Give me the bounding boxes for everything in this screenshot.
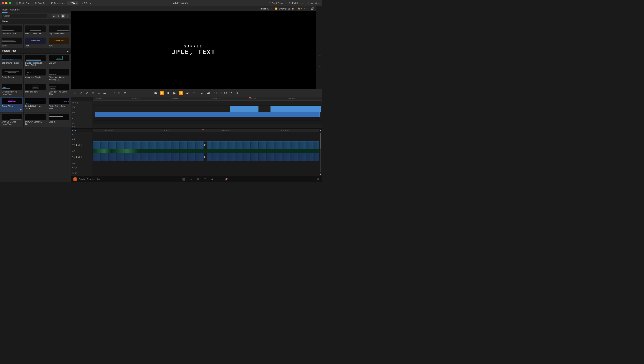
list-item[interactable]: --- Background Reveal Lower Third: [24, 54, 47, 68]
left-panel: Titles Favorites ··· ☰ ⊞ ▦ ▾ Titles ▲: [0, 6, 71, 182]
list-item[interactable]: Drop In: [47, 112, 71, 127]
timeline-selector[interactable]: Timeline 1 ▼: [260, 8, 272, 10]
blade-tool-button[interactable]: ✥: [90, 91, 96, 96]
options-view-button[interactable]: ▾: [65, 14, 69, 18]
list-item[interactable]: Right Lower Third: [47, 24, 71, 36]
list-item[interactable]: LOWER Third Clean and Simple Lower Third: [0, 82, 24, 97]
clip-v2-1[interactable]: [230, 106, 258, 112]
list-item[interactable]: Draw On 2 Lines Lower Third: [0, 112, 24, 127]
home-nav-icon[interactable]: ⌂: [310, 177, 314, 181]
media-pool-nav-icon[interactable]: ⬛: [182, 177, 186, 181]
loop-button[interactable]: ↺: [190, 90, 196, 96]
list-item[interactable]: Custom Title Text+: [47, 36, 71, 48]
fusion-nav-icon[interactable]: ⬡: [203, 177, 207, 181]
list-item[interactable]: BACKGROUND REVEAL Background Reveal: [0, 54, 24, 68]
audio-mute-icon[interactable]: 🔊: [78, 144, 80, 146]
list-item[interactable]: CENTER REVEAL Center Reveal: [0, 68, 24, 82]
dynamic-trim-button[interactable]: ⤢: [84, 91, 90, 96]
list-item[interactable]: CALL OUT Call Out: [47, 54, 71, 68]
track-label-v2: V2: [71, 110, 92, 116]
v2-clip-strip[interactable]: [93, 141, 322, 149]
timeline-lower-container: ● ✂ ■ V3 A3 V2 🔒 🔊 ⚙: [71, 129, 322, 176]
list-item[interactable]: DIGITAL Digital Glitch ★: [0, 97, 24, 112]
clip-v2-2[interactable]: [270, 106, 321, 112]
tab-titles[interactable]: T Titles: [67, 1, 78, 5]
audio-icon: ✂: [74, 130, 75, 131]
cut-nav-icon[interactable]: ✂: [189, 177, 193, 181]
list-item[interactable]: HEADING TEXT Clean and Simple Heading Lo…: [47, 68, 71, 82]
tab-effects[interactable]: ✦ Effects: [79, 1, 92, 5]
titles-collapse-icon: ▲: [67, 21, 69, 23]
close-button[interactable]: [2, 2, 4, 4]
a4-speaker-icon[interactable]: 🔊: [75, 166, 77, 168]
clip-v1[interactable]: [95, 112, 320, 117]
lock-icon[interactable]: 🔒: [76, 144, 78, 146]
maximize-button[interactable]: [9, 2, 11, 4]
v1-clip-strip[interactable]: [93, 153, 322, 161]
settings-v1-icon[interactable]: ⚙: [81, 156, 82, 158]
gear-nav-icon[interactable]: ⚙: [316, 177, 320, 181]
list-item[interactable]: Draw On Corners 1 Line: [24, 112, 47, 127]
more-options-button[interactable]: ≡: [234, 90, 240, 96]
color-nav-icon[interactable]: ◉: [210, 177, 214, 181]
edit-tool-button[interactable]: ↙: [72, 91, 78, 96]
scroll-down-button[interactable]: ▼: [320, 173, 322, 175]
play-button[interactable]: ▶: [172, 90, 178, 96]
list-item[interactable]: Middle Lower Third: [24, 24, 47, 36]
titles-section: Titles ▲ Left Lower Third: [0, 19, 71, 182]
list-item[interactable]: Left Lower Third: [0, 24, 24, 36]
list-item[interactable]: GLITCH LT Digital Glitch Lower Third: [24, 97, 47, 112]
audio-v1-icon[interactable]: 🔊: [78, 156, 80, 158]
list-item[interactable]: GLITCH RS Digital Glitch Right Side: [47, 97, 71, 112]
quick-export-button[interactable]: ⬆ Quick Export: [268, 2, 286, 5]
tab-titles-panel[interactable]: Titles: [2, 8, 8, 13]
link-clips-button[interactable]: ⛓: [116, 91, 122, 96]
title-thumbnail: Custom Title: [49, 38, 69, 44]
fusion-titles-section-header[interactable]: Fusion Titles ▲: [0, 48, 71, 54]
fairlight-nav-icon[interactable]: ♪: [217, 177, 221, 181]
track-a4: [93, 117, 322, 121]
a5-speaker-icon[interactable]: 🔊: [75, 172, 77, 174]
playback-controls: ⏮ ⏪ ⏹ ▶ ⏩ ⏭ ↺ ⏮ ⏭ 01:01:43:07 ≡: [153, 90, 240, 96]
list-view-button[interactable]: ☰: [52, 14, 56, 18]
search-options-button[interactable]: ···: [48, 14, 50, 17]
minimize-button[interactable]: [5, 2, 8, 4]
title-thumbnail: CALL OUT: [49, 55, 69, 61]
settings-icon[interactable]: ⚙: [81, 144, 82, 146]
play-reverse-button[interactable]: ⏪: [159, 90, 165, 96]
large-grid-view-button[interactable]: ▦: [61, 14, 65, 18]
list-item[interactable]: DARK BOX LT Dark Box Text Lower Third: [47, 82, 71, 97]
tab-transitions[interactable]: ◧ Transitions: [49, 1, 66, 5]
top-right-controls: ⬆ Quick Export ⛶ Full Screen ℹ Inspector: [268, 2, 320, 5]
track-a5: [93, 121, 322, 124]
scroll-up-button[interactable]: ▲: [320, 129, 322, 132]
play-forward-button[interactable]: ⏩: [178, 90, 184, 96]
tab-sync-bin[interactable]: ⚙ Sync Bin: [33, 1, 48, 5]
next-edit-button[interactable]: ⏭: [206, 90, 211, 96]
search-input[interactable]: [2, 14, 47, 18]
list-item[interactable]: SAMPLE Simple Clean and Simple: [24, 68, 47, 82]
skip-to-end-button[interactable]: ⏭: [184, 90, 190, 96]
list-item[interactable]: Scroll: [0, 36, 24, 48]
flags-button[interactable]: ⚑: [122, 91, 128, 96]
inspector-button[interactable]: ℹ Inspector: [307, 2, 320, 5]
prev-edit-button[interactable]: ⏮: [199, 90, 205, 96]
slide-tool-button[interactable]: ▬: [102, 91, 107, 96]
slip-tool-button[interactable]: ▭: [96, 91, 102, 96]
track-label-a5: A5: [71, 125, 92, 128]
skip-to-start-button[interactable]: ⏮: [153, 90, 159, 96]
list-item[interactable]: Basic Title Text: [24, 36, 47, 48]
edit-nav-icon[interactable]: ▤: [196, 177, 200, 181]
tab-media-pool[interactable]: ⬛ Media Pool: [14, 1, 32, 5]
list-item[interactable]: DARK BOX Dark Box Text: [24, 82, 47, 97]
grid-view-button[interactable]: ⊞: [56, 14, 60, 18]
full-screen-button[interactable]: ⛶ Full Screen: [288, 2, 305, 5]
tab-favorites[interactable]: Favorites: [10, 8, 20, 13]
stop-button[interactable]: ⏹: [165, 90, 171, 96]
trim-tool-button[interactable]: ↗: [78, 91, 84, 96]
deliver-nav-icon[interactable]: 🚀: [224, 177, 228, 181]
titles-section-header[interactable]: Titles ▲: [0, 19, 71, 24]
lock-v1-icon[interactable]: 🔒: [76, 156, 78, 158]
title-thumbnail: LOWER Third: [2, 84, 22, 90]
snap-button[interactable]: ⋮⋮: [111, 91, 116, 96]
